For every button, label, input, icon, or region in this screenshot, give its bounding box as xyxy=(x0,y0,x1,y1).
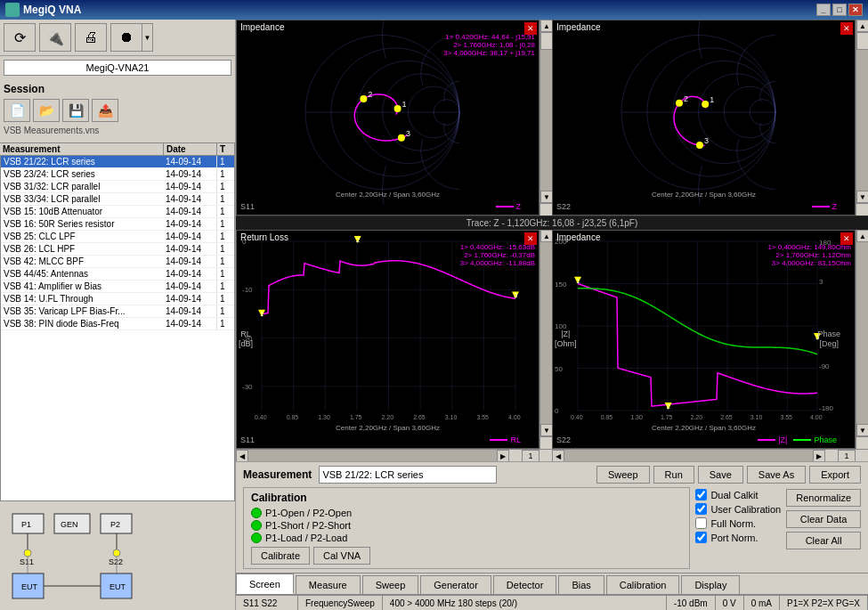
list-item[interactable]: VSB 25: CLC LPF14-09-141 xyxy=(1,231,234,243)
tab-display[interactable]: Display xyxy=(681,575,740,594)
dual-calkit-checkbox[interactable] xyxy=(695,489,707,500)
scroll-left-tr[interactable]: ◀ xyxy=(552,450,564,462)
tab-calibration[interactable]: Calibration xyxy=(606,575,680,594)
export-session-button[interactable]: 📤 xyxy=(92,99,118,122)
graph-tr-close[interactable]: ✕ xyxy=(840,22,853,35)
scroll-left-tl[interactable]: ◀ xyxy=(236,450,248,462)
minimize-button[interactable]: _ xyxy=(816,4,831,16)
graph-bottom-left-wrapper: Return Loss ✕ 1> 0,400GHz: -15,63dB 2> 1… xyxy=(236,230,552,449)
renormalize-button[interactable]: Renormalize xyxy=(786,489,861,507)
graph-tr-scrollbar-v[interactable]: ▲ ▼ xyxy=(856,20,868,216)
graph-br-scrollbar-v[interactable]: ▲ ▼ xyxy=(856,230,868,449)
session-buttons: 📄 📂 💾 📤 xyxy=(4,99,231,122)
scroll-down-btn[interactable]: ▼ xyxy=(540,191,553,203)
graph-bottom-right-wrapper: Impedance ✕ 1> 0,400GHz: 149,80Ohm 2> 1,… xyxy=(552,230,868,449)
tab-screen[interactable]: Screen xyxy=(236,573,294,594)
connect-button[interactable]: 🔌 xyxy=(39,23,71,52)
measurement-list-container: Measurement Date T VSB 21/22: LCR series… xyxy=(0,142,235,501)
cal-indicator-1 xyxy=(251,520,262,531)
cal-vna-button[interactable]: Cal VNA xyxy=(313,547,370,565)
tab-bias[interactable]: Bias xyxy=(558,575,604,594)
scroll-track-tr xyxy=(856,32,868,191)
list-item[interactable]: VSB 26: LCL HPF14-09-141 xyxy=(1,243,234,256)
scroll-right-tl[interactable]: ▶ xyxy=(497,450,509,462)
scroll-up-btn[interactable]: ▲ xyxy=(540,20,553,32)
clear-all-button[interactable]: Clear All xyxy=(786,532,861,549)
list-item[interactable]: VSB 31/32: LCR parallel14-09-141 xyxy=(1,181,234,193)
calibration-title: Calibration xyxy=(251,492,682,504)
scroll-up-btn-br[interactable]: ▲ xyxy=(856,230,868,242)
scroll-track-bl xyxy=(540,242,552,424)
save-button[interactable]: Save xyxy=(698,466,743,484)
list-item[interactable]: VSB 16: 50R Series resistor14-09-141 xyxy=(1,218,234,231)
run-button[interactable]: Run xyxy=(653,466,694,484)
status-mode: S11 S22 xyxy=(236,596,298,610)
h-scrollbar-left[interactable]: ◀ ▶ 1 xyxy=(236,449,552,461)
measurement-list[interactable]: VSB 21/22: LCR series14-09-141VSB 23/24:… xyxy=(0,156,235,501)
list-item[interactable]: VSB 14: U.FL Through14-09-141 xyxy=(1,293,234,305)
scroll-right-tr[interactable]: ▶ xyxy=(813,450,825,462)
print-button[interactable]: 🖨 xyxy=(75,23,107,52)
trace-bar-text: Trace: Z - 1,120GHz: 16,08 - j23,25 (6,1… xyxy=(466,218,638,228)
list-item[interactable]: VSB 44/45: Antennas14-09-141 xyxy=(1,268,234,281)
list-item[interactable]: VSB 38: PIN diode Bias-Freq14-09-141 xyxy=(1,318,234,330)
port-norm-label: Port Norm. xyxy=(710,533,758,543)
full-norm-item: Full Norm. xyxy=(695,517,781,529)
scroll-down-btn-tr[interactable]: ▼ xyxy=(856,191,868,203)
page-num-tl: 1 xyxy=(522,450,539,462)
graph-bl-ylabel: RL[dB] xyxy=(239,329,253,349)
save-session-button[interactable]: 💾 xyxy=(62,99,89,122)
scroll-up-btn-bl[interactable]: ▲ xyxy=(540,230,553,242)
new-session-button[interactable]: 📄 xyxy=(4,99,30,122)
scroll-down-btn-bl[interactable]: ▼ xyxy=(540,424,553,436)
graph-tr-title: Impedance xyxy=(556,22,600,32)
list-item[interactable]: VSB 42: MLCC BPF14-09-141 xyxy=(1,256,234,268)
export-button[interactable]: Export xyxy=(809,466,861,484)
scroll-thumb-tr[interactable] xyxy=(856,32,868,50)
scroll-track-br xyxy=(856,242,868,424)
scroll-down-btn-br[interactable]: ▼ xyxy=(856,424,868,436)
graph-top-right: Impedance ✕ Center 2,20GHz / Span 3,60GH… xyxy=(552,20,856,216)
back-button[interactable]: ⟳ xyxy=(4,23,36,52)
measurement-section-title: Measurement xyxy=(243,468,312,481)
calibration-section: Calibration P1-Open / P2-Open P1-Short /… xyxy=(243,487,690,569)
clear-data-button[interactable]: Clear Data xyxy=(786,510,861,528)
tab-measure[interactable]: Measure xyxy=(296,575,361,594)
col-header-date: Date xyxy=(164,143,217,155)
graph-tl-scrollbar-v[interactable]: ▲ ▼ xyxy=(539,20,552,216)
session-filename: VSB Measurements.vns xyxy=(4,126,231,135)
cal-item-2: P1-Load / P2-Load xyxy=(251,533,682,543)
close-button[interactable]: ✕ xyxy=(848,4,863,16)
h-scrollbar-right[interactable]: ◀ ▶ 1 xyxy=(552,449,868,461)
maximize-button[interactable]: □ xyxy=(832,4,847,16)
port-norm-checkbox[interactable] xyxy=(695,532,707,543)
open-session-button[interactable]: 📂 xyxy=(33,99,60,122)
toolbar: ⟳ 🔌 🖨 ⏺ ▼ xyxy=(0,20,235,56)
scroll-up-btn-tr[interactable]: ▲ xyxy=(856,20,868,32)
right-panel: Impedance ✕ 1> 0,420GHz: 44,64 - j15,91 … xyxy=(236,20,868,610)
graph-bl-scrollbar-v[interactable]: ▲ ▼ xyxy=(539,230,552,449)
measurement-name-input[interactable] xyxy=(319,466,497,484)
record-button[interactable]: ⏺ xyxy=(110,23,142,52)
list-item[interactable]: VSB 21/22: LCR series14-09-141 xyxy=(1,156,234,168)
save-as-button[interactable]: Save As xyxy=(747,466,806,484)
vna-diagram-section xyxy=(0,501,235,610)
tab-generator[interactable]: Generator xyxy=(420,575,491,594)
graph-top-left-wrapper: Impedance ✕ 1> 0,420GHz: 44,64 - j15,91 … xyxy=(236,20,552,216)
full-norm-checkbox[interactable] xyxy=(695,517,707,529)
list-item[interactable]: VSB 23/24: LCR series14-09-141 xyxy=(1,168,234,181)
tab-detector[interactable]: Detector xyxy=(493,575,557,594)
record-dropdown[interactable]: ▼ xyxy=(142,23,153,52)
scroll-thumb[interactable] xyxy=(540,32,553,50)
list-item[interactable]: VSB 33/34: LCR parallel14-09-141 xyxy=(1,193,234,206)
sweep-button[interactable]: Sweep xyxy=(596,466,650,484)
calibrate-button[interactable]: Calibrate xyxy=(251,547,310,565)
user-cal-checkbox[interactable] xyxy=(695,503,707,515)
user-cal-label: User Calibration xyxy=(710,504,781,515)
list-item[interactable]: VSB 15: 10dB Attenuator14-09-141 xyxy=(1,206,234,218)
cal-indicator-2 xyxy=(251,533,262,543)
list-item[interactable]: VSB 35: Varicap LPF Bias-Fr...14-09-141 xyxy=(1,305,234,318)
cal-right-buttons: Renormalize Clear Data Clear All xyxy=(786,487,861,549)
tab-sweep[interactable]: Sweep xyxy=(362,575,419,594)
list-item[interactable]: VSB 41: Amplifier w Bias14-09-141 xyxy=(1,281,234,293)
